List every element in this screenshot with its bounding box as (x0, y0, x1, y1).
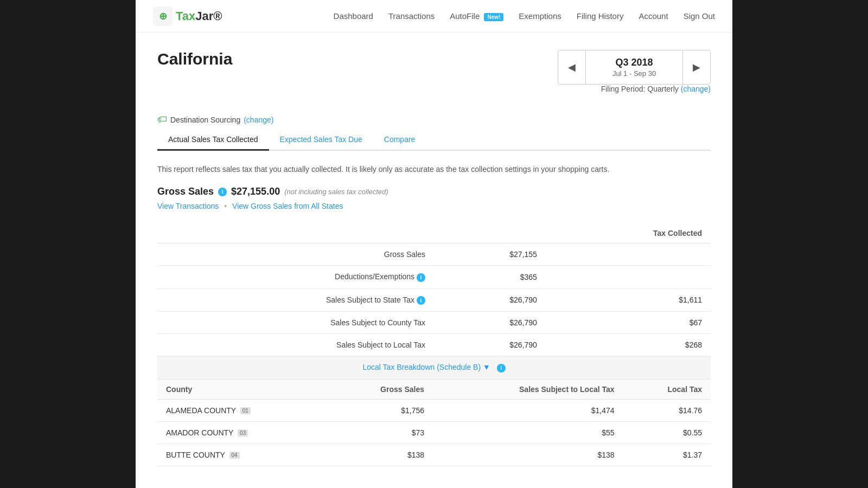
list-item: ALAMEDA COUNTY 01 $1,756 $1,474 $14.76 (157, 399, 711, 421)
county-0-badge: 01 (240, 407, 251, 414)
gross-sales-note: (not including sales tax collected) (284, 188, 388, 196)
table-row: Sales Subject to County Tax $26,790 $67 (157, 312, 711, 334)
county-2-subject: $138 (433, 444, 623, 466)
nav-exemptions[interactable]: Exemptions (519, 11, 561, 21)
breakdown-toggle-cell[interactable]: Local Tax Breakdown (Schedule B) ▼ i (157, 356, 711, 380)
filing-period-change-link[interactable]: (change) (681, 85, 711, 93)
table-header-row: Tax Collected (157, 223, 711, 243)
logo-text: TaxJar® (176, 9, 222, 23)
county-2-name: BUTTE COUNTY 04 (157, 444, 329, 466)
view-links: View Transactions • View Gross Sales fro… (157, 202, 711, 210)
gross-sales-label: Gross Sales (157, 186, 214, 197)
row-4-label: Sales Subject to Local Tax (157, 334, 434, 356)
autofile-badge: New! (484, 13, 503, 21)
breakdown-header-row: Local Tax Breakdown (Schedule B) ▼ i (157, 356, 711, 380)
nav-transactions[interactable]: Transactions (388, 11, 435, 21)
gross-sales-amount: $27,155.00 (231, 186, 280, 197)
county-0-subject: $1,474 (433, 399, 623, 421)
table-row: Deductions/Exemptions i $365 (157, 266, 711, 289)
quarter-label: Q3 2018 (603, 57, 665, 68)
row-0-value: $27,155 (434, 243, 546, 266)
subject-col-header: Sales Subject to Local Tax (433, 380, 623, 400)
sourcing-label: Destination Sourcing (170, 115, 240, 124)
row-1-label: Deductions/Exemptions i (157, 266, 434, 289)
row-3-value: $26,790 (434, 312, 546, 334)
county-2-badge: 04 (229, 452, 240, 459)
row-4-value: $26,790 (434, 334, 546, 356)
county-1-badge: 03 (238, 429, 248, 436)
row-0-label: Gross Sales (157, 243, 434, 266)
nav-dashboard[interactable]: Dashboard (334, 11, 373, 21)
quarter-display: Q3 2018 Jul 1 - Sep 30 (585, 50, 683, 84)
breakdown-label: Local Tax Breakdown (Schedule B) (362, 363, 481, 371)
sourcing-change-link[interactable]: (change) (244, 115, 273, 124)
report-description: This report reflects sales tax that you … (157, 164, 711, 175)
nav-sign-out[interactable]: Sign Out (684, 11, 715, 21)
sourcing-icon: 🏷 (157, 114, 167, 125)
filing-period: Filing Period: Quarterly (change) (558, 85, 711, 93)
nav-filing-history[interactable]: Filing History (577, 11, 624, 21)
page-container: ⊕ TaxJar® Dashboard Transactions AutoFil… (136, 0, 732, 488)
gross-sales-row: Gross Sales i $27,155.00 (not including … (157, 186, 711, 197)
breakdown-info-icon[interactable]: i (497, 364, 506, 373)
page-title: California (157, 50, 232, 68)
row-4-tax: $268 (546, 334, 711, 356)
county-1-tax: $0.55 (623, 421, 711, 444)
row-2-value: $26,790 (434, 288, 546, 312)
county-0-tax: $14.76 (623, 399, 711, 421)
summary-table: Tax Collected Gross Sales $27,155 Deduct… (157, 223, 711, 380)
nav-account[interactable]: Account (639, 11, 668, 21)
row-0-tax (546, 243, 711, 266)
gross-sales-info-icon[interactable]: i (218, 188, 227, 196)
nav-links: Dashboard Transactions AutoFile New! Exe… (334, 11, 715, 21)
county-1-subject: $55 (433, 421, 623, 444)
col-label-header (157, 223, 434, 243)
table-row: Sales Subject to Local Tax $26,790 $268 (157, 334, 711, 356)
tab-expected[interactable]: Expected Sales Tax Due (269, 130, 373, 151)
county-0-gross: $1,756 (329, 399, 433, 421)
next-quarter-button[interactable]: ▶ (683, 50, 710, 84)
breakdown-toggle-icon: ▼ (483, 363, 490, 371)
county-0-name: ALAMEDA COUNTY 01 (157, 399, 329, 421)
list-item: BUTTE COUNTY 04 $138 $138 $1.37 (157, 444, 711, 466)
row-3-label: Sales Subject to County Tax (157, 312, 434, 334)
tab-compare[interactable]: Compare (373, 130, 426, 151)
navbar: ⊕ TaxJar® Dashboard Transactions AutoFil… (136, 0, 732, 33)
deductions-info-icon[interactable]: i (417, 273, 425, 282)
row-1-value: $365 (434, 266, 546, 289)
tab-actual[interactable]: Actual Sales Tax Collected (157, 130, 269, 151)
list-item: AMADOR COUNTY 03 $73 $55 $0.55 (157, 421, 711, 444)
row-3-tax: $67 (546, 312, 711, 334)
row-1-tax (546, 266, 711, 289)
quarter-navigator: ◀ Q3 2018 Jul 1 - Sep 30 ▶ (558, 50, 711, 85)
county-1-name: AMADOR COUNTY 03 (157, 421, 329, 444)
tabs: Actual Sales Tax Collected Expected Sale… (157, 130, 711, 151)
col-tax-header: Tax Collected (546, 223, 711, 243)
row-2-tax: $1,611 (546, 288, 711, 312)
svg-text:⊕: ⊕ (159, 11, 167, 22)
county-table: County Gross Sales Sales Subject to Loca… (157, 380, 711, 466)
main-content: California ◀ Q3 2018 Jul 1 - Sep 30 ▶ Fi… (136, 33, 732, 484)
county-table-header: County Gross Sales Sales Subject to Loca… (157, 380, 711, 400)
sourcing-row: 🏷 Destination Sourcing (change) (157, 114, 711, 125)
county-2-gross: $138 (329, 444, 433, 466)
county-2-tax: $1.37 (623, 444, 711, 466)
gross-sales-col-header: Gross Sales (329, 380, 433, 400)
nav-autofile[interactable]: AutoFile New! (450, 11, 503, 21)
page-header: California ◀ Q3 2018 Jul 1 - Sep 30 ▶ Fi… (157, 50, 711, 103)
local-tax-col-header: Local Tax (623, 380, 711, 400)
table-row: Gross Sales $27,155 (157, 243, 711, 266)
table-row: Sales Subject to State Tax i $26,790 $1,… (157, 288, 711, 312)
county-1-gross: $73 (329, 421, 433, 444)
state-tax-info-icon[interactable]: i (417, 296, 425, 305)
col-value-header (434, 223, 546, 243)
view-gross-sales-link[interactable]: View Gross Sales from All States (232, 202, 343, 210)
view-separator: • (224, 202, 227, 210)
prev-quarter-button[interactable]: ◀ (558, 50, 585, 84)
row-2-label: Sales Subject to State Tax i (157, 288, 434, 312)
logo[interactable]: ⊕ TaxJar® (153, 7, 222, 26)
breakdown-toggle[interactable]: Local Tax Breakdown (Schedule B) ▼ (362, 363, 492, 371)
county-col-header: County (157, 380, 329, 400)
quarter-dates: Jul 1 - Sep 30 (603, 69, 665, 78)
view-transactions-link[interactable]: View Transactions (157, 202, 219, 210)
